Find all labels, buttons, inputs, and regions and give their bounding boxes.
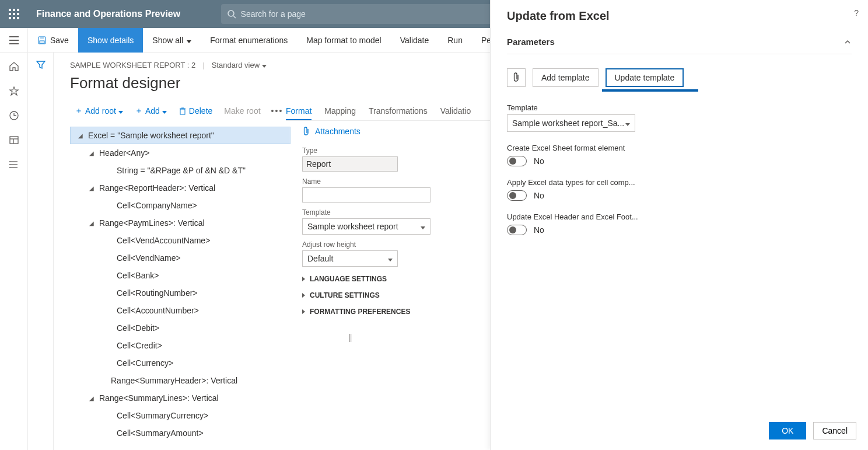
tree-node[interactable]: ◢Cell<CompanyName> (70, 197, 290, 214)
tab-format[interactable]: Format (286, 103, 312, 120)
apply-types-toggle[interactable] (507, 190, 527, 201)
svg-rect-6 (10, 137, 18, 144)
svg-rect-15 (180, 109, 185, 114)
validate-button[interactable]: Validate (391, 28, 439, 53)
tree-node[interactable]: ◢Cell<Debit> (70, 319, 290, 337)
view-selector[interactable]: Standard view (212, 61, 267, 69)
chevron-up-icon (844, 38, 852, 46)
trash-icon (178, 107, 187, 115)
search-input[interactable] (241, 9, 530, 19)
chevron-down-icon (118, 106, 123, 116)
map-format-button[interactable]: Map format to model (297, 28, 390, 53)
chevron-down-icon (421, 222, 425, 231)
workspace-icon[interactable] (8, 134, 20, 146)
update-header-toggle[interactable] (507, 225, 527, 235)
tree-node[interactable]: ◢Cell<SummaryAmount> (70, 424, 290, 442)
tree-node[interactable]: ◢Cell<Currency> (70, 354, 290, 372)
breadcrumb-separator: | (202, 61, 204, 69)
chevron-down-icon (187, 36, 191, 45)
splitter-handle[interactable]: ‖ (348, 333, 352, 342)
type-field: Report (302, 156, 398, 172)
nav-toggle-button[interactable] (0, 28, 28, 53)
show-all-button[interactable]: Show all (143, 28, 201, 53)
tree-node[interactable]: ◢String = "&RPage &P of &N &D &T" (70, 162, 290, 179)
attach-file-button[interactable] (507, 68, 526, 87)
update-template-underline (602, 89, 698, 92)
save-icon (37, 36, 47, 45)
tree-node[interactable]: ◢Cell<VendName> (70, 249, 290, 267)
chevron-down-icon (625, 118, 630, 128)
save-label: Save (50, 36, 69, 45)
global-search[interactable] (221, 4, 536, 24)
tree-node[interactable]: ◢Cell<VendAccountName> (70, 232, 290, 249)
show-details-button[interactable]: Show details (78, 28, 143, 53)
tree-node[interactable]: ◢Range<ReportHeader>: Vertical (70, 179, 290, 197)
update-template-button[interactable]: Update template (606, 68, 684, 87)
tree-node[interactable]: ◢Range<SummaryHeader>: Vertical (70, 372, 290, 389)
help-icon[interactable]: ? (854, 8, 859, 18)
update-header-label: Update Excel Header and Excel Foot... (507, 212, 852, 221)
add-root-button[interactable]: ＋Add root (70, 103, 128, 118)
svg-rect-4 (40, 41, 44, 43)
left-navigation-rail (0, 53, 28, 450)
tree-node-excel[interactable]: ◢Excel = "Sample worksheet report" (70, 127, 290, 144)
paperclip-icon (302, 127, 310, 136)
tree-node[interactable]: ◢Cell<Credit> (70, 337, 290, 354)
name-field[interactable] (302, 187, 430, 203)
panel-title: Update from Excel (507, 9, 852, 23)
panel-template-label: Template (507, 103, 852, 112)
format-enumerations-button[interactable]: Format enumerations (201, 28, 297, 53)
app-launcher-icon[interactable] (0, 0, 28, 28)
tree-node[interactable]: ◢Cell<Bank> (70, 267, 290, 284)
save-button[interactable]: Save (28, 28, 78, 53)
tree-node[interactable]: ◢Cell<RoutingNumber> (70, 284, 290, 302)
panel-template-select[interactable]: Sample worksheet report_Sa... (507, 114, 635, 132)
toggle-value: No (534, 156, 544, 166)
update-from-excel-panel: ? Update from Excel Parameters Add templ… (490, 0, 868, 450)
recent-icon[interactable] (8, 110, 20, 121)
tab-transformations[interactable]: Transformations (369, 103, 428, 120)
home-icon[interactable] (8, 61, 20, 72)
chevron-down-icon (388, 254, 393, 263)
chevron-right-icon (302, 309, 305, 315)
toggle-value: No (534, 191, 544, 200)
tree-node[interactable]: ◢Header<Any> (70, 144, 290, 162)
favorites-icon[interactable] (8, 85, 20, 97)
svg-point-12 (9, 161, 10, 162)
cancel-button[interactable]: Cancel (813, 422, 856, 439)
breadcrumb-item: SAMPLE WORKSHEET REPORT : 2 (70, 61, 195, 69)
chevron-down-icon (262, 61, 267, 69)
parameters-section-header[interactable]: Parameters (507, 37, 852, 47)
run-button[interactable]: Run (438, 28, 472, 53)
tree-node[interactable]: ◢Range<PaymLines>: Vertical (70, 214, 290, 232)
make-root-button: Make root (219, 104, 265, 118)
chevron-right-icon (302, 276, 305, 282)
format-tree[interactable]: ◢Excel = "Sample worksheet report" ◢Head… (70, 127, 290, 442)
svg-point-0 (228, 11, 234, 16)
template-select[interactable]: Sample worksheet report (302, 218, 430, 235)
tab-validations[interactable]: Validatio (440, 103, 471, 120)
tree-node[interactable]: ◢Cell<SummaryCurrency> (70, 407, 290, 424)
svg-line-1 (233, 16, 236, 18)
app-title: Finance and Operations Preview (36, 9, 180, 19)
tree-node[interactable]: ◢Cell<AccountNumber> (70, 302, 290, 319)
ok-button[interactable]: OK (769, 422, 806, 439)
svg-rect-3 (40, 37, 44, 39)
paperclip-icon (512, 72, 520, 83)
tab-mapping[interactable]: Mapping (324, 103, 356, 120)
delete-button[interactable]: Delete (174, 104, 217, 118)
filter-column (28, 53, 54, 450)
search-icon (227, 9, 236, 19)
add-button[interactable]: ＋Add (130, 103, 172, 118)
more-button[interactable]: ••• (268, 104, 287, 118)
filter-icon[interactable] (36, 60, 46, 450)
create-sheet-label: Create Excel Sheet format element (507, 144, 852, 152)
create-sheet-toggle[interactable] (507, 156, 527, 166)
tree-node[interactable]: ◢Range<SummaryLines>: Vertical (70, 389, 290, 407)
row-height-select[interactable]: Default (302, 250, 398, 267)
chevron-down-icon (162, 106, 167, 116)
modules-icon[interactable] (8, 159, 20, 170)
apply-types-label: Apply Excel data types for cell comp... (507, 178, 852, 187)
svg-point-14 (9, 167, 10, 168)
add-template-button[interactable]: Add template (533, 68, 598, 87)
